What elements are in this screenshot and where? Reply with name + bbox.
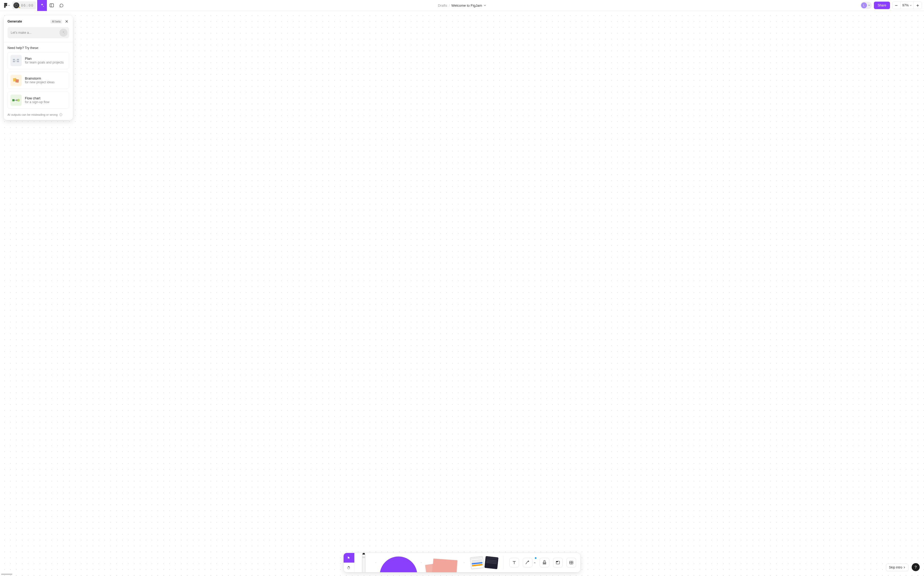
topbar: ✦ 06:00 Drafts / Welcome to FigJam xyxy=(0,0,924,11)
svg-point-1 xyxy=(15,4,18,7)
generate-prompt-input[interactable] xyxy=(11,31,59,35)
template-card-dark-icon xyxy=(485,556,498,569)
sticky-options-chevron[interactable] xyxy=(461,561,467,564)
generate-panel: Generate AI beta Need help? Try these: xyxy=(4,15,73,120)
flowchart-thumb-icon xyxy=(10,94,22,106)
close-button[interactable] xyxy=(64,19,69,24)
sparkle-icon xyxy=(40,3,45,8)
generate-input-container xyxy=(8,27,69,38)
connector-options-chevron[interactable] xyxy=(533,562,536,564)
share-button[interactable]: Share xyxy=(874,2,890,9)
bottom-toolbar xyxy=(344,553,580,572)
svg-rect-2 xyxy=(50,4,54,7)
template-card-light-icon xyxy=(470,556,484,569)
divider xyxy=(503,556,504,570)
shape-tool[interactable] xyxy=(378,553,419,572)
generate-submit-button[interactable] xyxy=(59,29,67,37)
canvas[interactable]: Generate AI beta Need help? Try these: xyxy=(0,11,924,576)
comments-button[interactable] xyxy=(56,0,66,10)
svg-point-18 xyxy=(61,114,61,114)
svg-rect-13 xyxy=(15,79,19,83)
main-menu-button[interactable] xyxy=(2,3,11,8)
connector-icon xyxy=(525,560,530,565)
text-icon xyxy=(512,560,517,565)
avatar-initial: L xyxy=(863,4,865,7)
brainstorm-thumb-icon xyxy=(10,75,22,86)
skip-intro-button[interactable]: Skip intro xyxy=(886,564,908,571)
section-icon xyxy=(555,560,560,565)
timer-text: 06:00 xyxy=(21,3,34,8)
select-tool[interactable] xyxy=(344,553,354,563)
extra-tools xyxy=(505,553,580,572)
disclaimer-text: AI outputs can be misleading or wrong xyxy=(8,113,57,116)
sidebar-panel-icon xyxy=(49,3,54,8)
sticky-note-tool[interactable] xyxy=(424,553,461,572)
chevron-down-icon xyxy=(868,4,870,6)
svg-rect-8 xyxy=(13,61,15,62)
topbar-left: ✦ 06:00 xyxy=(2,0,66,11)
zoom-out-button[interactable] xyxy=(892,2,900,9)
zoom-in-button[interactable] xyxy=(914,2,922,9)
user-menu[interactable]: L xyxy=(860,2,872,9)
svg-rect-14 xyxy=(12,99,14,101)
help-icon: ? xyxy=(914,565,917,569)
generate-input-wrap xyxy=(4,27,73,42)
comment-icon xyxy=(59,3,64,8)
generate-help-label: Need help? Try these: xyxy=(4,42,73,52)
shape-options-chevron[interactable] xyxy=(419,561,424,564)
generate-suggestions: Plan for team goals and projects Brainst… xyxy=(4,52,73,112)
text-tool[interactable] xyxy=(509,558,519,567)
stamp-tool[interactable] xyxy=(540,558,549,567)
chevron-up-icon xyxy=(421,561,422,564)
connector-tool[interactable] xyxy=(523,558,533,567)
topbar-right: L Share 97% xyxy=(860,2,922,9)
suggestion-brainstorm[interactable]: Brainstorm for new project ideas xyxy=(8,72,69,89)
marker-icon xyxy=(359,553,369,572)
hand-tool[interactable] xyxy=(344,563,354,572)
suggestion-title: Flow chart xyxy=(25,96,49,100)
cursor-tools xyxy=(344,553,354,572)
sparkle-icon: ✦ xyxy=(18,6,20,9)
marker-options-chevron[interactable] xyxy=(373,561,378,564)
page-title[interactable]: Welcome to FigJam xyxy=(451,3,482,8)
chevron-down-icon xyxy=(8,5,10,6)
svg-rect-11 xyxy=(17,61,19,62)
chevron-down-icon xyxy=(910,5,912,6)
stamp-icon xyxy=(542,560,547,565)
svg-rect-10 xyxy=(17,59,19,60)
circle-shape-icon xyxy=(380,557,417,572)
help-button[interactable]: ? xyxy=(912,563,920,571)
breadcrumb-separator: / xyxy=(449,3,450,8)
panel-toggle-button[interactable] xyxy=(47,0,56,10)
section-tool[interactable] xyxy=(553,558,563,567)
figma-logo-icon xyxy=(4,3,8,8)
svg-rect-9 xyxy=(16,60,16,62)
ai-generate-toolbar-button[interactable] xyxy=(37,0,47,11)
breadcrumb: Drafts / Welcome to FigJam xyxy=(438,3,486,8)
svg-rect-22 xyxy=(556,561,558,562)
chevron-up-icon xyxy=(464,561,465,564)
cursor-icon xyxy=(347,556,351,560)
table-tool[interactable] xyxy=(567,558,576,567)
suggestion-flowchart[interactable]: Flow chart for a sign-up flow xyxy=(8,92,69,109)
chevron-down-icon[interactable] xyxy=(484,4,486,7)
suggestion-plan[interactable]: Plan for team goals and projects xyxy=(8,52,69,69)
minus-icon xyxy=(895,4,898,7)
timer-button[interactable]: ✦ 06:00 xyxy=(12,2,36,10)
suggestion-subtitle: for new project ideas xyxy=(25,80,55,84)
info-icon[interactable] xyxy=(59,113,62,116)
plan-thumb-icon xyxy=(10,55,22,66)
sparkle-icon xyxy=(61,30,65,35)
chevron-right-icon xyxy=(903,566,905,568)
zoom-level-dropdown[interactable]: 97% xyxy=(901,3,913,7)
breadcrumb-root[interactable]: Drafts xyxy=(438,3,447,8)
svg-rect-20 xyxy=(362,557,365,558)
templates-tool[interactable] xyxy=(467,553,502,572)
zoom-value: 97% xyxy=(902,3,909,7)
suggestion-subtitle: for team goals and projects xyxy=(25,61,64,64)
suggestion-title: Brainstorm xyxy=(25,77,55,80)
horizontal-scrollbar[interactable] xyxy=(1,574,12,575)
chevron-up-icon xyxy=(533,562,536,564)
plus-icon xyxy=(916,4,919,7)
marker-tool[interactable] xyxy=(354,553,373,572)
